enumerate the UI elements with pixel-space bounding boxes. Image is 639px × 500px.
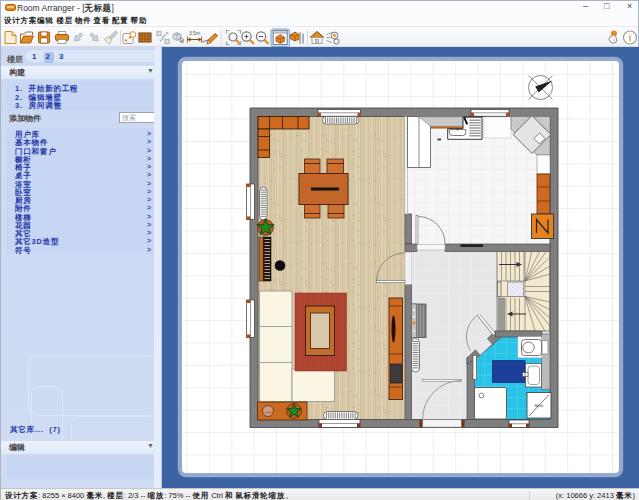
svg-text:3.5m: 3.5m <box>189 30 200 36</box>
svg-text:i: i <box>629 33 632 43</box>
svg-text:Miele: Miele <box>535 404 543 408</box>
